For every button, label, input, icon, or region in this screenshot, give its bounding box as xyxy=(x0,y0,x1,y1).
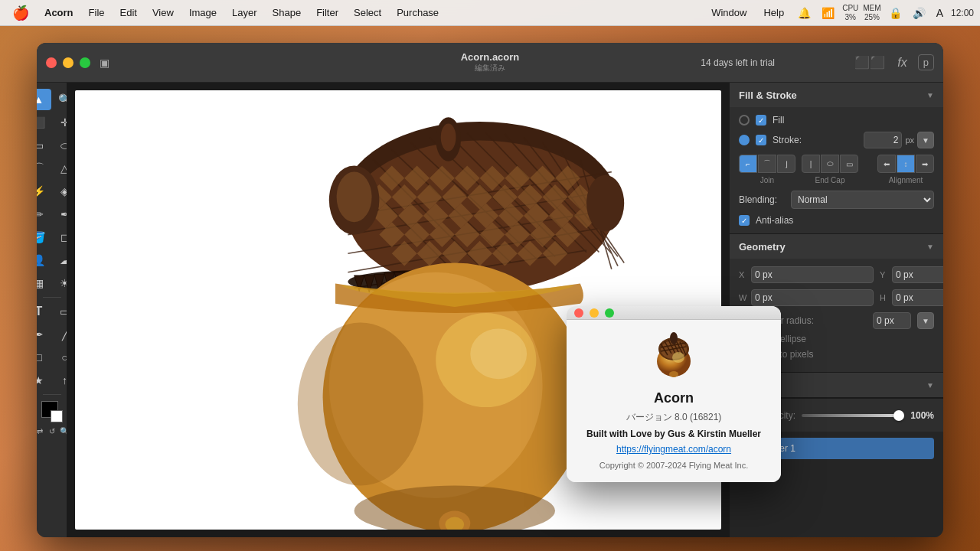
fill-checkbox[interactable]: ✓ xyxy=(756,115,766,126)
opacity-slider[interactable] xyxy=(802,414,904,417)
blending-row: Blending: Normal Multiply Screen Overlay xyxy=(739,191,934,209)
dialog-credit: Built with Love by Gus & Kirstin Mueller xyxy=(586,429,761,439)
text-tool[interactable]: T xyxy=(37,301,51,322)
h-input[interactable] xyxy=(892,289,943,306)
rect-shape-tool[interactable]: ▭ xyxy=(53,301,68,322)
geometry-header[interactable]: Geometry ▼ xyxy=(730,234,943,259)
rect-select-tool[interactable]: ▭ xyxy=(37,135,51,156)
sidebar-toggle-button[interactable]: ▣ xyxy=(100,57,109,69)
fill-row: ✓ Fill xyxy=(739,115,934,126)
color-select-tool[interactable]: ◈ xyxy=(53,181,68,202)
mini-tools: ⇄ ↺ 🔍 xyxy=(37,425,67,436)
svg-point-80 xyxy=(586,175,624,232)
menu-acorn[interactable]: Acorn xyxy=(38,5,80,20)
stroke-value-group: px ▼ xyxy=(864,132,934,148)
background-color[interactable] xyxy=(51,410,63,422)
magic-wand-tool[interactable]: ⚡ xyxy=(37,181,51,202)
menu-edit[interactable]: Edit xyxy=(114,5,143,20)
x-input[interactable] xyxy=(751,266,874,283)
zoom-mini-button[interactable]: 🔍 xyxy=(59,425,68,436)
menu-layer[interactable]: Layer xyxy=(226,5,263,20)
w-input[interactable] xyxy=(751,289,874,306)
pen-tool[interactable]: ✒ xyxy=(37,324,51,345)
apple-menu[interactable]: 🍎 xyxy=(6,3,35,23)
corner-radius-dropdown[interactable]: ▼ xyxy=(917,312,934,329)
dialog-min-button[interactable] xyxy=(590,308,599,318)
lasso-tool[interactable]: ⌒ xyxy=(37,158,51,179)
clone-tool[interactable]: 👤 xyxy=(37,249,51,271)
circle-tool[interactable]: ○ xyxy=(53,347,68,368)
transform-tool[interactable]: ✛ xyxy=(53,112,68,133)
y-input[interactable] xyxy=(892,266,943,283)
line-tool[interactable]: ╱ xyxy=(53,324,68,345)
tool-sidebar: ▲ 🔍 ⬛ ✛ ▭ ⬭ ⌒ △ ⚡ ◈ xyxy=(37,83,67,537)
star-tool[interactable]: ★ xyxy=(37,370,51,391)
dialog-copyright: Copyright © 2007-2024 Flying Meat Inc. xyxy=(599,461,749,470)
arrow-tool[interactable]: ↑ xyxy=(53,370,68,391)
dialog-max-button[interactable] xyxy=(605,308,614,318)
crop-tool[interactable]: ⬛ xyxy=(37,112,51,133)
align-btn-1[interactable]: ⬅ xyxy=(877,155,896,173)
collapsed-chevron: ▼ xyxy=(926,381,934,390)
poly-lasso-tool[interactable]: △ xyxy=(53,158,68,179)
dialog-close-button[interactable] xyxy=(574,308,583,318)
input-method-icon[interactable]: A xyxy=(933,7,946,19)
stroke-checkbox[interactable]: ✓ xyxy=(756,135,766,145)
zoom-tool[interactable]: 🔍 xyxy=(53,89,68,110)
stroke-input[interactable] xyxy=(864,132,902,148)
swap-colors-button[interactable]: ⇄ xyxy=(37,425,45,436)
color-swatches[interactable] xyxy=(41,401,63,422)
join-btn-2[interactable]: ⌒ xyxy=(758,155,776,173)
tool-options-button[interactable]: ⬛⬛ xyxy=(853,54,887,71)
pointer-tool[interactable]: ▲ xyxy=(37,89,51,110)
stroke-radio[interactable] xyxy=(739,135,750,145)
fill-stroke-chevron: ▼ xyxy=(926,91,934,99)
menu-file[interactable]: File xyxy=(83,5,111,20)
menu-view[interactable]: View xyxy=(146,5,180,20)
wifi-status-icon[interactable]: 🔒 xyxy=(886,7,905,19)
fill-tool[interactable]: 🪣 xyxy=(37,227,51,248)
h-coord: H xyxy=(880,289,943,306)
ellipse-select-tool[interactable]: ⬭ xyxy=(53,135,68,156)
align-btn-3[interactable]: ➡ xyxy=(916,155,934,173)
stroke-unit-dropdown[interactable]: ▼ xyxy=(917,132,934,148)
endcap-btn-1[interactable]: | xyxy=(802,155,820,173)
square-tool[interactable]: □ xyxy=(37,347,51,368)
menu-purchase[interactable]: Purchase xyxy=(390,5,445,20)
dialog-link[interactable]: https://flyingmeat.com/acorn xyxy=(616,444,731,455)
corner-radius-input[interactable] xyxy=(873,312,911,329)
notification-icon[interactable]: 🔔 xyxy=(795,7,814,19)
menu-image[interactable]: Image xyxy=(183,5,223,20)
menu-help[interactable]: Help xyxy=(757,5,790,20)
join-btn-1[interactable]: ⌐ xyxy=(739,155,757,173)
pencil-tool[interactable]: ✒ xyxy=(53,204,68,225)
menu-shape[interactable]: Shape xyxy=(266,5,308,20)
join-btn-3[interactable]: ⌋ xyxy=(777,155,795,173)
menu-filter[interactable]: Filter xyxy=(310,5,345,20)
reset-colors-button[interactable]: ↺ xyxy=(47,425,57,436)
brush-tool[interactable]: ✏ xyxy=(37,204,51,225)
fill-stroke-header[interactable]: Fill & Stroke ▼ xyxy=(730,83,943,107)
svg-point-84 xyxy=(470,329,527,380)
w-label: W xyxy=(739,293,748,302)
menu-select[interactable]: Select xyxy=(348,5,387,20)
menu-window[interactable]: Window xyxy=(705,5,753,20)
smudge-tool[interactable]: ☁ xyxy=(53,249,68,271)
maximize-button[interactable] xyxy=(80,57,90,68)
antialias-checkbox[interactable]: ✓ xyxy=(739,215,750,226)
fx-button[interactable]: fx xyxy=(896,54,908,71)
blending-select[interactable]: Normal Multiply Screen Overlay xyxy=(791,191,934,209)
stroke-unit: px xyxy=(905,135,914,145)
close-button[interactable] xyxy=(46,57,57,68)
endcap-btn-2[interactable]: ⬭ xyxy=(821,155,839,173)
gradient-tool[interactable]: ▦ xyxy=(37,272,51,294)
brightness-tool[interactable]: ☀ xyxy=(53,272,68,294)
p-button[interactable]: p xyxy=(918,54,934,70)
eraser-tool[interactable]: ◻ xyxy=(53,227,68,248)
minimize-button[interactable] xyxy=(63,57,74,68)
endcap-btn-3[interactable]: ▭ xyxy=(840,155,858,173)
align-btn-2[interactable]: ↕ xyxy=(897,155,915,173)
fill-radio[interactable] xyxy=(739,115,750,126)
speaker-icon[interactable]: 🔊 xyxy=(910,7,929,19)
wifi-icon[interactable]: 📶 xyxy=(818,7,838,19)
